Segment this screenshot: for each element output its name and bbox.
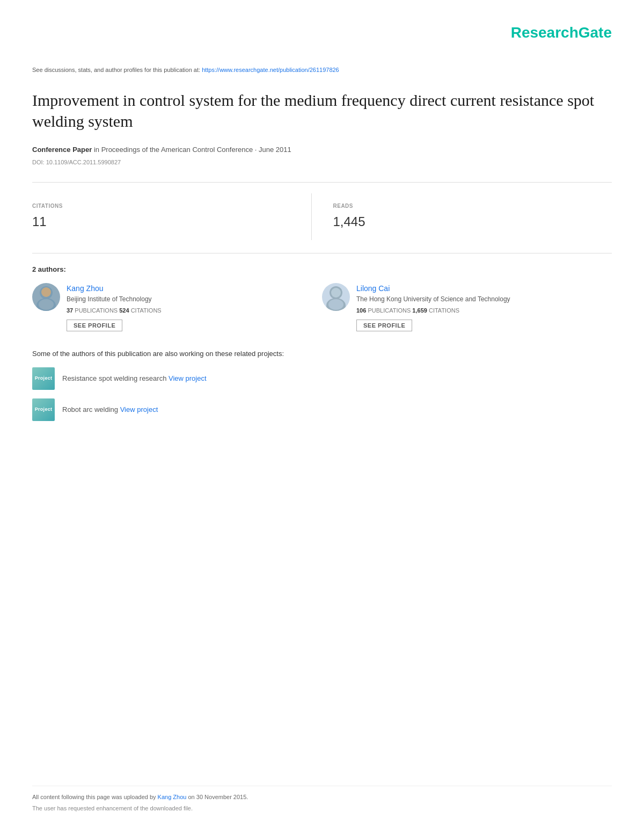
- paper-doi: DOI: 10.1109/ACC.2011.5990827: [32, 158, 612, 167]
- project-item-2: Project Robot arc welding View project: [32, 398, 612, 421]
- author-info-2: Lilong Cai The Hong Kong University of S…: [356, 283, 612, 331]
- see-profile-button-1[interactable]: SEE PROFILE: [67, 320, 122, 331]
- project-text-1: Resistance spot welding research View pr…: [62, 373, 207, 384]
- author-card-1: Kang Zhou Beijing Institute of Technolog…: [32, 283, 322, 331]
- author-stats-2: 106 PUBLICATIONS 1,659 CITATIONS: [356, 306, 612, 315]
- project-icon-label-2: Project: [35, 406, 53, 414]
- svg-point-7: [328, 299, 343, 310]
- publication-link[interactable]: https://www.researchgate.net/publication…: [202, 67, 339, 73]
- author1-cit-label: CITATIONS: [131, 307, 162, 314]
- top-notice-prefix: See discussions, stats, and author profi…: [32, 67, 202, 73]
- logo-area: ResearchGate: [32, 21, 612, 44]
- citations-block: CITATIONS 11: [32, 193, 311, 240]
- footer-uploader-link[interactable]: Kang Zhou: [158, 794, 187, 800]
- author-top-1: Kang Zhou Beijing Institute of Technolog…: [32, 283, 322, 331]
- paper-meta: Conference Paper in Proceedings of the A…: [32, 144, 612, 155]
- footer-suffix: on 30 November 2015.: [186, 794, 248, 800]
- svg-point-3: [39, 299, 54, 310]
- paper-separator: ·: [255, 146, 259, 154]
- author-top-2: Lilong Cai The Hong Kong University of S…: [322, 283, 612, 331]
- page-container: ResearchGate See discussions, stats, and…: [0, 0, 644, 834]
- author1-pub-count: 37: [67, 307, 73, 314]
- project-item-1: Project Resistance spot welding research…: [32, 367, 612, 390]
- author-name-2[interactable]: Lilong Cai: [356, 284, 390, 293]
- author2-pub-label: PUBLICATIONS: [368, 307, 412, 314]
- citations-label: CITATIONS: [32, 202, 311, 210]
- authors-section: 2 authors: Kang Zhou Beijing: [32, 264, 612, 331]
- author-stats-1: 37 PUBLICATIONS 524 CITATIONS: [67, 306, 322, 315]
- author2-cit-label: CITATIONS: [429, 307, 459, 314]
- project-text-2: Robot arc welding View project: [62, 404, 158, 415]
- author2-pub-count: 106: [356, 307, 366, 314]
- reads-value: 1,445: [333, 212, 612, 231]
- citations-value: 11: [32, 212, 311, 231]
- project-icon-2: Project: [32, 398, 55, 421]
- paper-journal: Proceedings of the American Control Conf…: [101, 146, 253, 154]
- project-prefix-1: Resistance spot welding research: [62, 374, 169, 382]
- top-notice: See discussions, stats, and author profi…: [32, 66, 612, 75]
- avatar-kang-zhou: [32, 283, 60, 311]
- divider-2: [32, 253, 612, 253]
- see-profile-button-2[interactable]: SEE PROFILE: [356, 320, 412, 331]
- paper-type: Conference Paper: [32, 146, 92, 154]
- paper-date: June 2011: [259, 146, 291, 154]
- related-projects-title: Some of the authors of this publication …: [32, 349, 612, 359]
- project-prefix-2: Robot arc welding: [62, 405, 120, 414]
- footer-upload-text: All content following this page was uplo…: [32, 793, 612, 802]
- author-card-2: Lilong Cai The Hong Kong University of S…: [322, 283, 612, 331]
- avatar-silhouette-1: [32, 283, 60, 311]
- svg-point-6: [331, 288, 341, 298]
- reads-label: READS: [333, 202, 612, 210]
- project-link-1[interactable]: View project: [169, 374, 207, 382]
- related-projects-section: Some of the authors of this publication …: [32, 349, 612, 422]
- divider-1: [32, 182, 612, 183]
- authors-row: Kang Zhou Beijing Institute of Technolog…: [32, 283, 612, 331]
- svg-point-2: [41, 287, 51, 297]
- author-name-1[interactable]: Kang Zhou: [67, 284, 104, 293]
- author1-pub-label: PUBLICATIONS: [75, 307, 119, 314]
- researchgate-logo: ResearchGate: [511, 24, 612, 41]
- page-footer: All content following this page was uplo…: [32, 786, 612, 813]
- author2-cit-count: 1,659: [412, 307, 427, 314]
- author-affiliation-1: Beijing Institute of Technology: [67, 294, 322, 304]
- author1-cit-count: 524: [119, 307, 129, 314]
- avatar-silhouette-2: [322, 283, 350, 311]
- avatar-lilong-cai: [322, 283, 350, 311]
- footer-note: The user has requested enhancement of th…: [32, 804, 612, 813]
- authors-title: 2 authors:: [32, 264, 612, 275]
- stats-row: CITATIONS 11 READS 1,445: [32, 193, 612, 240]
- paper-title: Improvement in control system for the me…: [32, 90, 612, 132]
- author-info-1: Kang Zhou Beijing Institute of Technolog…: [67, 283, 322, 331]
- footer-prefix: All content following this page was uplo…: [32, 794, 158, 800]
- project-link-2[interactable]: View project: [120, 405, 158, 414]
- author-affiliation-2: The Hong Kong University of Science and …: [356, 294, 612, 304]
- reads-block: READS 1,445: [311, 193, 612, 240]
- paper-preposition: in: [94, 146, 101, 154]
- project-icon-1: Project: [32, 367, 55, 390]
- project-icon-label-1: Project: [35, 375, 53, 382]
